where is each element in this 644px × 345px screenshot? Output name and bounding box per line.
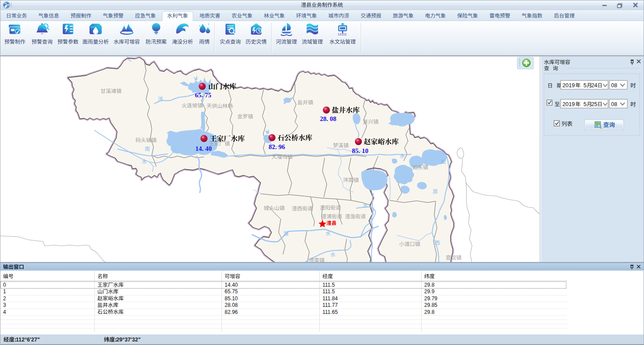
svg-text:5: 5 (583, 101, 587, 107)
svg-text:85.10: 85.10 (225, 295, 238, 302)
svg-text:29.9: 29.9 (424, 288, 435, 295)
svg-text:29.8: 29.8 (424, 309, 435, 315)
svg-text:112°6'27": 112°6'27" (16, 337, 40, 343)
svg-text:111.5: 111.5 (322, 282, 335, 288)
svg-text:14. 40: 14. 40 (195, 145, 212, 152)
svg-text:65.75: 65.75 (225, 288, 238, 295)
svg-text:111.77: 111.77 (322, 302, 338, 308)
svg-text:111.65: 111.65 (322, 309, 338, 315)
svg-text:28. 08: 28. 08 (320, 115, 336, 122)
svg-text:29°37'32": 29°37'32" (116, 337, 141, 343)
svg-text:29.8: 29.8 (424, 282, 435, 288)
svg-text:08: 08 (611, 101, 617, 107)
svg-text:2019: 2019 (562, 82, 575, 89)
svg-text:111.84: 111.84 (322, 295, 338, 302)
svg-text:82. 96: 82. 96 (268, 143, 285, 150)
svg-text:82.96: 82.96 (225, 309, 238, 315)
svg-text:65. 75: 65. 75 (195, 92, 211, 99)
svg-text:08: 08 (611, 82, 617, 89)
svg-text:29.85: 29.85 (424, 302, 437, 308)
svg-text:5: 5 (583, 82, 587, 89)
svg-text:25: 25 (591, 101, 597, 107)
svg-text:111.5: 111.5 (322, 288, 335, 295)
svg-text:24: 24 (591, 82, 597, 89)
svg-text:2: 2 (3, 295, 6, 302)
svg-text:28.08: 28.08 (225, 302, 238, 308)
svg-text:29.79: 29.79 (424, 295, 437, 302)
svg-text:0: 0 (3, 282, 6, 288)
svg-text:4: 4 (3, 309, 6, 315)
svg-text:3: 3 (3, 302, 6, 308)
svg-text:85. 10: 85. 10 (352, 147, 369, 154)
svg-text:14.40: 14.40 (225, 282, 238, 288)
svg-text:2019: 2019 (562, 101, 575, 107)
svg-text:1: 1 (3, 288, 6, 295)
